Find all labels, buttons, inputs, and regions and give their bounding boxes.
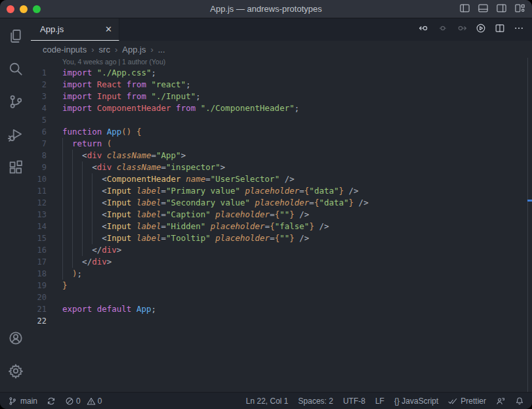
code-line[interactable]: 3import Input from "./Input"; <box>31 91 532 102</box>
language-mode[interactable]: {} JavaScript <box>394 397 438 406</box>
tab-bar: App.js ✕ <box>31 18 532 41</box>
line-number[interactable]: 19 <box>31 280 47 291</box>
code-line[interactable]: 5 <box>31 114 532 126</box>
toggle-primary-sidebar-button[interactable] <box>459 3 470 16</box>
code-line[interactable]: 4import ComponentHeader from "./Componen… <box>31 102 532 114</box>
cursor-position[interactable]: Ln 22, Col 1 <box>246 397 289 406</box>
breadcrumb-item[interactable]: code-inputs <box>43 45 87 54</box>
editor-actions <box>419 18 532 41</box>
line-number[interactable]: 8 <box>31 150 47 161</box>
line-number[interactable]: 2 <box>31 79 47 91</box>
breadcrumb-item[interactable]: App.js <box>122 45 146 54</box>
line-number[interactable]: 15 <box>31 232 47 244</box>
line-number[interactable]: 4 <box>31 102 47 114</box>
run-button[interactable] <box>476 23 486 36</box>
line-number[interactable]: 11 <box>31 185 47 197</box>
close-tab-icon[interactable]: ✕ <box>105 24 112 34</box>
vscode-window: App.js — andrews-prototypes App.js ✕ cod… <box>0 0 532 409</box>
code-line[interactable]: 11 <Input label="Primary value" placehol… <box>31 185 532 197</box>
code-line[interactable]: 13 <Input label="Caption" placeholder={"… <box>31 209 532 221</box>
zoom-window-button[interactable] <box>33 5 41 13</box>
navigate-forward-button[interactable] <box>457 23 467 36</box>
code-line[interactable]: 9 <div className="inspector"> <box>31 161 532 173</box>
line-number[interactable]: 16 <box>31 244 47 256</box>
activity-item-search[interactable] <box>8 61 24 79</box>
code-line[interactable]: 20 <box>31 291 532 303</box>
line-number[interactable]: 22 <box>31 315 47 327</box>
feedback-button[interactable] <box>496 397 505 406</box>
codelens-annotation[interactable]: You, 4 weeks ago | 1 author (You) <box>62 58 532 67</box>
code-line[interactable]: 10 <ComponentHeader name="UserSelector" … <box>31 173 532 185</box>
sync-icon <box>47 397 56 406</box>
more-actions-icon <box>514 23 524 33</box>
code-line-text: <Input label="Secondary value" placehold… <box>62 197 532 209</box>
code-area[interactable]: 1import "./App.css";2import React from "… <box>31 67 532 327</box>
extensions-icon <box>8 160 24 175</box>
indentation[interactable]: Spaces: 2 <box>298 397 333 406</box>
code-line[interactable]: 7 return ( <box>31 138 532 150</box>
code-line-text: <Input label="Tooltip" placeholder={""} … <box>62 232 532 244</box>
activity-item-run-debug[interactable] <box>8 127 24 145</box>
line-number[interactable]: 9 <box>31 161 47 173</box>
line-number[interactable]: 20 <box>31 291 47 303</box>
code-line[interactable]: 14 <Input label="Hidden" placeholder={"f… <box>31 221 532 232</box>
code-line[interactable]: 21export default App; <box>31 303 532 315</box>
code-line[interactable]: 16 </div> <box>31 244 532 256</box>
code-line[interactable]: 6function App() { <box>31 126 532 138</box>
encoding[interactable]: UTF-8 <box>343 397 365 406</box>
layout-sidebar-left-icon <box>459 3 470 14</box>
activity-item-accounts[interactable] <box>8 330 24 349</box>
source-control-icon <box>8 94 24 110</box>
navigate-back-button[interactable] <box>419 23 429 36</box>
account-icon <box>8 330 24 346</box>
notifications-bell[interactable] <box>515 397 524 406</box>
breadcrumb-item[interactable]: src <box>99 45 110 54</box>
code-line-text: import Input from "./Input"; <box>62 91 532 102</box>
activity-item-source-control[interactable] <box>8 94 24 112</box>
close-window-button[interactable] <box>7 5 14 13</box>
toggle-panel-button[interactable] <box>478 3 489 16</box>
breadcrumb: code-inputs›src›App.js›... <box>31 41 532 58</box>
line-number[interactable]: 13 <box>31 209 47 221</box>
branch-indicator[interactable]: main <box>8 397 37 406</box>
line-number[interactable]: 1 <box>31 67 47 79</box>
code-line[interactable]: 15 <Input label="Tooltip" placeholder={"… <box>31 232 532 244</box>
line-number[interactable]: 21 <box>31 303 47 315</box>
code-line[interactable]: 22 <box>31 315 532 327</box>
minimize-window-button[interactable] <box>20 5 28 13</box>
code-line[interactable]: 2import React from "react"; <box>31 79 532 91</box>
editor-group[interactable]: code-inputs›src›App.js›... You, 4 weeks … <box>31 41 532 392</box>
code-line[interactable]: 18 ); <box>31 268 532 280</box>
line-number[interactable]: 18 <box>31 268 47 280</box>
window-controls <box>0 5 41 13</box>
line-number[interactable]: 17 <box>31 256 47 268</box>
sync-button[interactable] <box>47 397 56 406</box>
code-line[interactable]: 12 <Input label="Secondary value" placeh… <box>31 197 532 209</box>
activity-bar-top <box>8 18 24 178</box>
line-number[interactable]: 5 <box>31 114 47 126</box>
split-editor-button[interactable] <box>495 23 505 36</box>
indentation-label: Spaces: 2 <box>298 397 333 406</box>
eol-selector[interactable]: LF <box>375 397 384 406</box>
more-actions-button[interactable] <box>514 23 524 36</box>
line-number[interactable]: 7 <box>31 138 47 150</box>
formatter-status[interactable]: Prettier <box>448 397 486 406</box>
activity-item-settings[interactable] <box>8 363 24 381</box>
navigate-previous-button[interactable] <box>438 23 448 36</box>
line-number[interactable]: 12 <box>31 197 47 209</box>
line-number[interactable]: 6 <box>31 126 47 138</box>
code-line[interactable]: 17 </div> <box>31 256 532 268</box>
line-number[interactable]: 10 <box>31 173 47 185</box>
customize-layout-button[interactable] <box>514 3 525 16</box>
code-line[interactable]: 8 <div className="App"> <box>31 150 532 161</box>
tab-appjs[interactable]: App.js ✕ <box>31 18 119 41</box>
activity-item-explorer[interactable] <box>8 28 24 47</box>
toggle-secondary-sidebar-button[interactable] <box>496 3 507 16</box>
breadcrumb-item[interactable]: ... <box>158 45 165 54</box>
problems-indicator[interactable]: 00 <box>65 397 104 406</box>
line-number[interactable]: 3 <box>31 91 47 102</box>
activity-item-extensions[interactable] <box>8 160 24 178</box>
line-number[interactable]: 14 <box>31 221 47 232</box>
code-line[interactable]: 19} <box>31 280 532 291</box>
code-line[interactable]: 1import "./App.css"; <box>31 67 532 79</box>
